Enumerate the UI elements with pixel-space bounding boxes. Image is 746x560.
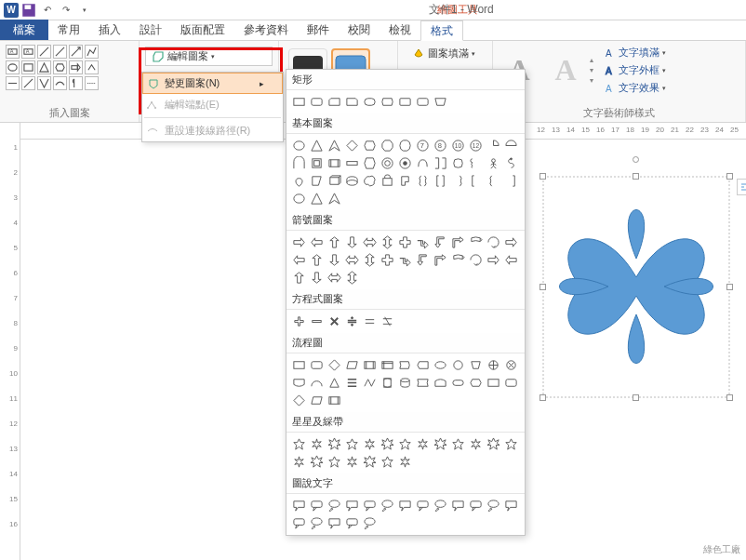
shape-option[interactable]: [290, 93, 308, 111]
shape-option[interactable]: [396, 435, 414, 453]
shape-option[interactable]: [343, 269, 361, 287]
shape-option[interactable]: [361, 233, 379, 251]
shape-option[interactable]: [396, 93, 414, 111]
shape-option[interactable]: [502, 374, 520, 392]
shape-option[interactable]: [449, 172, 467, 190]
shape-option[interactable]: [326, 93, 343, 111]
shape-option[interactable]: [290, 435, 308, 453]
shape-option[interactable]: [396, 374, 414, 392]
shape-option[interactable]: [449, 251, 467, 269]
shape-option[interactable]: [343, 497, 361, 514]
shape-option[interactable]: [326, 172, 343, 190]
shape-option[interactable]: [343, 453, 361, 471]
shape-option[interactable]: [485, 137, 502, 154]
shape-option[interactable]: [308, 269, 326, 287]
shape-option[interactable]: [308, 190, 326, 207]
shape-option[interactable]: [343, 435, 361, 453]
shape-option[interactable]: [308, 453, 326, 471]
redo-icon[interactable]: ↷: [58, 3, 74, 18]
shape-option[interactable]: [449, 374, 467, 392]
shape-option[interactable]: [343, 514, 361, 532]
save-icon[interactable]: [20, 3, 37, 18]
shape-option[interactable]: [396, 251, 414, 269]
shape-option[interactable]: [467, 154, 485, 172]
shape-option[interactable]: [379, 137, 396, 154]
shape-option[interactable]: 12: [467, 137, 485, 154]
shape-option[interactable]: [396, 137, 414, 154]
shape-option[interactable]: [343, 356, 361, 374]
tab-review[interactable]: 校閱: [339, 20, 380, 40]
shape-option[interactable]: [361, 374, 379, 392]
tab-mailings[interactable]: 郵件: [298, 20, 339, 40]
shape-option[interactable]: [449, 154, 467, 172]
shape-option[interactable]: [290, 356, 308, 374]
shape-option[interactable]: [432, 497, 449, 514]
shape-option[interactable]: 10: [449, 137, 467, 154]
shape-option[interactable]: [290, 269, 308, 287]
shape-option[interactable]: [308, 137, 326, 154]
shape-option[interactable]: [414, 497, 432, 514]
shape-option[interactable]: [361, 435, 379, 453]
shape-option[interactable]: [343, 313, 361, 330]
shape-option[interactable]: [308, 251, 326, 269]
shape-option[interactable]: [502, 233, 520, 251]
shape-option[interactable]: [467, 172, 485, 190]
shape-option[interactable]: [326, 392, 343, 409]
shape-option[interactable]: [379, 233, 396, 251]
shape-option[interactable]: [396, 172, 414, 190]
shape-option[interactable]: [432, 154, 449, 172]
shape-option[interactable]: [308, 374, 326, 392]
shape-option[interactable]: [502, 251, 520, 269]
shape-option[interactable]: [326, 313, 343, 330]
shape-option[interactable]: [467, 356, 485, 374]
shape-option[interactable]: [326, 137, 343, 154]
shape-option[interactable]: [361, 313, 379, 330]
shape-option[interactable]: [308, 497, 326, 514]
shape-option[interactable]: [432, 172, 449, 190]
shape-option[interactable]: [326, 269, 343, 287]
shape-option[interactable]: [502, 137, 520, 154]
shape-option[interactable]: [485, 374, 502, 392]
shape-option[interactable]: 8: [432, 137, 449, 154]
shape-option[interactable]: [379, 251, 396, 269]
shape-option[interactable]: [379, 453, 396, 471]
shape-option[interactable]: [485, 497, 502, 514]
shape-option[interactable]: [396, 356, 414, 374]
shape-option[interactable]: [290, 497, 308, 514]
layout-options-icon[interactable]: [737, 179, 746, 195]
shape-option[interactable]: [449, 356, 467, 374]
text-outline-button[interactable]: A文字外框▾: [605, 62, 666, 78]
shape-option[interactable]: [449, 435, 467, 453]
shape-option[interactable]: [414, 172, 432, 190]
shape-option[interactable]: [343, 172, 361, 190]
shape-option[interactable]: [396, 154, 414, 172]
shape-option[interactable]: [502, 172, 520, 190]
shape-option[interactable]: [361, 172, 379, 190]
shape-option[interactable]: [379, 172, 396, 190]
shape-option[interactable]: [290, 251, 308, 269]
shape-option[interactable]: [467, 435, 485, 453]
shape-option[interactable]: [379, 154, 396, 172]
shape-option[interactable]: [308, 154, 326, 172]
shape-option[interactable]: [361, 154, 379, 172]
shape-option[interactable]: [414, 374, 432, 392]
selected-shape-flower[interactable]: [540, 173, 733, 401]
shape-option[interactable]: [414, 251, 432, 269]
shape-option[interactable]: [467, 233, 485, 251]
shape-option[interactable]: [308, 392, 326, 409]
wordart-style-2[interactable]: A: [545, 50, 586, 91]
shape-option[interactable]: [414, 93, 432, 111]
shape-option[interactable]: [432, 356, 449, 374]
tab-file[interactable]: 檔案: [0, 20, 48, 40]
shape-option[interactable]: [308, 313, 326, 330]
shape-option[interactable]: [485, 435, 502, 453]
wordart-scroll-down-icon[interactable]: ▾: [590, 66, 601, 74]
shape-option[interactable]: [379, 435, 396, 453]
shape-option[interactable]: [485, 172, 502, 190]
qat-dropdown-icon[interactable]: ▾: [76, 3, 93, 18]
tab-design[interactable]: 設計: [130, 20, 171, 40]
shape-option[interactable]: [343, 154, 361, 172]
shape-option[interactable]: [396, 497, 414, 514]
shape-option[interactable]: [326, 374, 343, 392]
shape-option[interactable]: [467, 497, 485, 514]
